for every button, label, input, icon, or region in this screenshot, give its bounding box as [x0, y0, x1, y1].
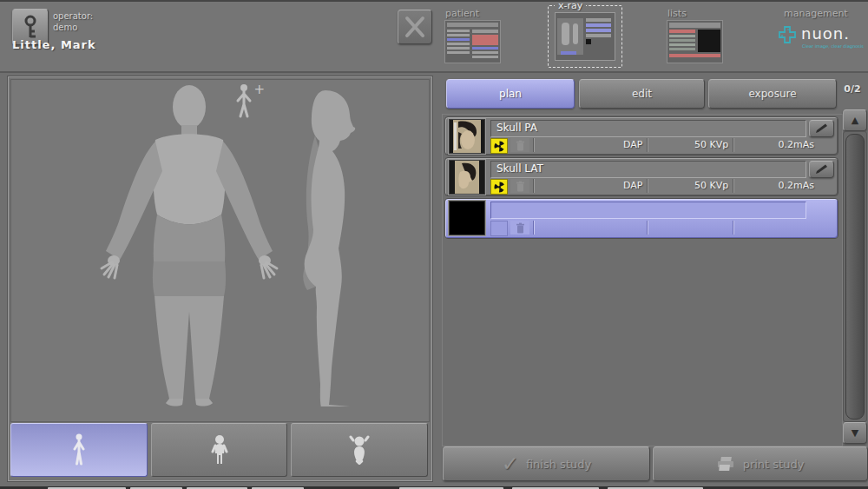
delete-exam-button[interactable] — [510, 179, 529, 193]
close-x-icon — [402, 14, 428, 40]
patient-thumb-tabs — [472, 30, 498, 33]
close-patient-button[interactable] — [398, 10, 432, 44]
pencil-icon — [815, 123, 828, 134]
kvp-field[interactable] — [647, 221, 733, 235]
finish-study-label: finish study — [526, 458, 591, 471]
mas-field[interactable] — [733, 221, 819, 235]
mode-plan-button[interactable]: plan — [446, 79, 575, 109]
xray-thumb-btn — [561, 51, 576, 55]
nuon-logo-tagline: Clear image, clear diagnosis — [802, 43, 865, 49]
lists-thumb-header — [669, 23, 720, 28]
trash-icon — [516, 181, 525, 192]
scroll-down-button[interactable]: ▼ — [843, 422, 867, 444]
printer-icon — [717, 456, 736, 472]
skull-lat-image — [450, 161, 484, 194]
exam-row-skull-lat[interactable]: Skull LAT — [444, 157, 838, 196]
right-hand — [259, 255, 277, 278]
edit-exam-button[interactable] — [809, 161, 834, 178]
operator-label: operator: — [53, 11, 93, 23]
scrollbar-track[interactable] — [843, 131, 867, 422]
radiation-icon-slot — [490, 221, 508, 236]
check-icon: ✓ — [502, 452, 519, 476]
left-hand — [102, 255, 120, 278]
baby-icon — [348, 435, 371, 465]
trash-icon — [516, 222, 525, 234]
nuon-logo-text: nuon. — [801, 24, 865, 43]
patient-thumb-bar-selected — [447, 38, 470, 41]
exam-thumbnail — [449, 119, 485, 154]
scrollbar-thumb[interactable] — [845, 134, 865, 420]
patient-type-child[interactable] — [151, 423, 288, 477]
exam-title-field[interactable] — [490, 202, 806, 219]
body-map-panel: + — [7, 76, 433, 482]
exam-row-skull-pa[interactable]: Skull PA — [444, 116, 838, 155]
dap-field[interactable] — [533, 221, 647, 235]
xray-thumb-row — [586, 23, 611, 27]
body-figure-front[interactable] — [98, 83, 280, 408]
delete-exam-button[interactable] — [510, 138, 529, 152]
tab-management-label[interactable]: management — [784, 8, 848, 19]
tab-lists[interactable] — [667, 20, 723, 63]
top-bar: operator: demo Little, Mark patient — [0, 2, 868, 73]
trash-icon — [516, 140, 525, 151]
lists-thumb-row — [669, 48, 695, 50]
scroll-down-icon: ▼ — [852, 427, 858, 439]
xray-workstation-window: operator: demo Little, Mark patient — [0, 0, 868, 489]
nuon-cross-icon — [779, 26, 796, 43]
patient-thumb-bar — [447, 47, 470, 50]
radiation-icon — [490, 179, 508, 195]
dap-field[interactable]: DAP — [533, 179, 647, 193]
mode-edit-button[interactable]: edit — [579, 79, 705, 109]
patient-thumb-header — [447, 23, 498, 27]
operator-value: demo — [53, 23, 93, 34]
exposure-counter: 0/2 — [838, 83, 866, 95]
lists-thumb-row — [669, 43, 695, 46]
patient-thumb-red-table — [472, 35, 498, 45]
body-map-area[interactable]: + — [10, 79, 430, 422]
xray-thumb-body-side — [573, 23, 578, 44]
exam-params-row: DAP 50 KVp 0.2mAs — [490, 179, 819, 193]
exam-title-field[interactable]: Skull LAT — [490, 161, 806, 178]
body-figure-side[interactable] — [280, 89, 372, 406]
patient-thumb-blue-row — [472, 47, 498, 50]
lists-thumb-row — [669, 39, 695, 42]
lists-thumb-red-row — [669, 30, 695, 33]
xray-thumb-row — [586, 34, 611, 37]
mode-exposure-button[interactable]: exposure — [708, 79, 837, 109]
exam-row-new[interactable] — [444, 198, 838, 239]
kvp-field[interactable]: 50 KVp — [647, 179, 733, 193]
mas-field[interactable]: 0.2mAs — [733, 138, 819, 152]
tab-xray[interactable]: x-ray — [548, 5, 622, 68]
exam-list: Skull PA — [442, 114, 843, 446]
xray-thumb-black-cell — [586, 39, 591, 44]
mas-field[interactable]: 0.2mAs — [733, 179, 819, 193]
radiation-icon — [490, 138, 508, 154]
exam-thumbnail — [449, 160, 485, 195]
operator-block: operator: demo — [53, 11, 93, 33]
tab-patient[interactable] — [444, 20, 501, 63]
patient-type-row — [10, 423, 428, 477]
child-icon — [210, 434, 229, 466]
patient-thumb-bar — [447, 34, 470, 36]
tab-patient-label: patient — [445, 8, 479, 19]
patient-thumb-bar — [447, 43, 470, 45]
adult-icon — [71, 433, 87, 467]
nuon-logo: nuon. Clear image, clear diagnosis — [779, 24, 865, 49]
finish-study-button[interactable]: ✓ finish study — [443, 446, 650, 481]
print-study-button[interactable]: print study — [653, 446, 868, 481]
tab-xray-label: x-ray — [555, 0, 586, 11]
scroll-up-button[interactable]: ▲ — [843, 109, 867, 131]
lists-thumb-red-row2 — [669, 54, 720, 57]
empty-exam-thumbnail — [449, 201, 485, 235]
kvp-field[interactable]: 50 KVp — [647, 138, 733, 152]
patient-type-adult[interactable] — [10, 423, 148, 477]
tab-lists-label: lists — [667, 8, 687, 19]
edit-exam-button[interactable] — [809, 120, 834, 137]
exam-params-row: DAP 50 KVp 0.2mAs — [490, 138, 819, 152]
exam-title-field[interactable]: Skull PA — [490, 120, 806, 137]
dap-field[interactable]: DAP — [533, 138, 647, 152]
delete-exam-button[interactable] — [510, 221, 529, 235]
patient-type-baby[interactable] — [291, 423, 428, 477]
scroll-up-icon: ▲ — [852, 115, 858, 126]
patient-thumb-bar — [447, 51, 470, 54]
